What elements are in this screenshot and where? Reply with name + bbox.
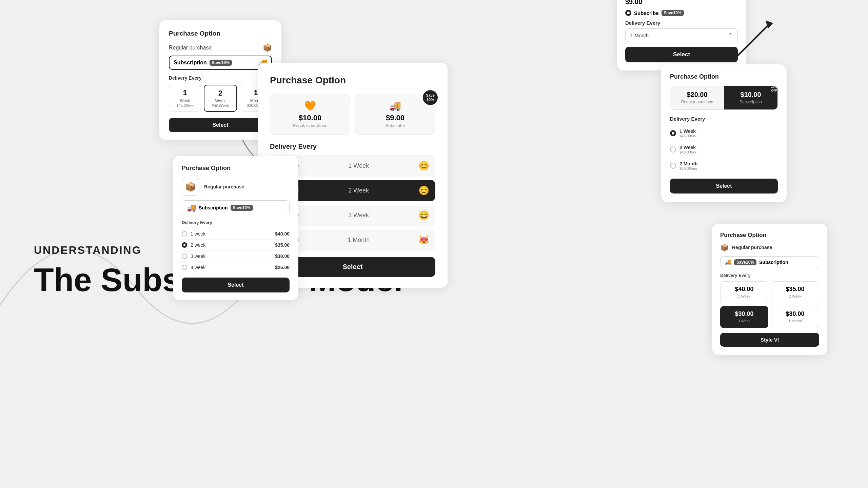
svg-marker-4 — [766, 20, 773, 29]
card6-delivery-label: Delivery Every — [720, 273, 819, 278]
card4-radio-2w[interactable] — [182, 242, 187, 248]
card4-sub-label: Subscription — [199, 205, 228, 210]
card1-week1-num: 1 — [171, 88, 199, 97]
card4-icon-row: 📦 Regular purchase — [182, 178, 290, 196]
card1-week2-price: $40.00/wk — [206, 104, 235, 108]
card4-option-2w[interactable]: 2 week $35.00 — [182, 240, 290, 251]
card3-save-badge: Save10% — [423, 90, 438, 105]
card6-price-grid: $40.00 1 Week $35.00 2 Week $30.00 3 Wee… — [720, 281, 819, 328]
card5-option-1w[interactable]: 1 Week $45.00/wk — [670, 125, 778, 141]
card1-select-button[interactable]: Select — [169, 118, 272, 132]
card6-sub-row[interactable]: 🚚 Save10% Subscription — [720, 256, 819, 268]
card5-tab-subscription[interactable]: 10%OFF $10.00 Subscription — [724, 86, 777, 109]
card4-box-icon: 📦 — [182, 178, 199, 196]
card3-regular-icon: 🧡 — [275, 100, 345, 111]
card1-sub-label: Subscription — [174, 60, 207, 66]
card2-radio[interactable] — [625, 10, 631, 16]
card6-sub-label: Subscription — [759, 260, 788, 265]
card3-delivery-label: Delivery Every — [270, 143, 435, 150]
card2-purchase-option: $9.00 Subscribe Save10% Delivery Every 1… — [617, 0, 746, 70]
card3-subscribe-label: Subscribe — [360, 123, 430, 128]
card4-select-button[interactable]: Select — [182, 278, 290, 292]
card1-week-options: 1 Week $45.00/wk 2 Week $40.00/wk 1 Mont… — [169, 85, 272, 112]
card1-regular-label: Regular purchase — [169, 45, 212, 51]
card1-box-icon: 📦 — [263, 43, 272, 52]
card1-week-2[interactable]: 2 Week $40.00/wk — [204, 85, 237, 112]
card5-radio-1w[interactable] — [670, 130, 676, 136]
card3-subscribe-icon: 🚚 — [360, 100, 430, 111]
card5-price-tabs: $20.00 Regular purchase 10%OFF $10.00 Su… — [670, 86, 778, 110]
card2-delivery-label: Delivery Every — [625, 20, 738, 26]
card5-title: Purchase Option — [670, 73, 778, 80]
card4-radio-1w[interactable] — [182, 231, 187, 237]
card2-save-badge: Save10% — [662, 10, 684, 16]
card6-grid-2w[interactable]: $35.00 2 Week — [771, 281, 819, 303]
card5-sub-price: $10.00 — [727, 91, 774, 99]
card2-subscribe-row[interactable]: Subscribe Save10% — [625, 10, 738, 16]
card2-month-select[interactable]: 1 Month ⌃ — [625, 28, 738, 42]
card1-regular-row: Regular purchase 📦 — [169, 43, 272, 52]
card3-title: Purchase Option — [270, 75, 435, 86]
card5-regular-label: Regular purchase — [681, 100, 713, 104]
card3-options-row: 🧡 $10.00 Regular purchase Save10% 🚚 $9.0… — [270, 94, 435, 135]
card3-option-subscribe[interactable]: Save10% 🚚 $9.00 Subscribe — [355, 94, 435, 135]
card4-radio-4w[interactable] — [182, 265, 187, 270]
card4-save-badge: Save10% — [231, 205, 253, 211]
card1-week1-price: $45.00/wk — [171, 103, 199, 107]
card4-radio-3w[interactable] — [182, 253, 187, 259]
card6-icon-row: 📦 Regular purchase — [720, 243, 819, 251]
card6-box-icon: 📦 — [720, 243, 729, 251]
card1-delivery-label: Delivery Every — [169, 75, 272, 81]
card4-delivery-label: Delivery Every — [182, 220, 290, 225]
card4-sub-wrap[interactable]: 🚚 Subscription Save10% — [182, 200, 290, 215]
card6-purchase-option: Purchase Option 📦 Regular purchase 🚚 Sav… — [712, 224, 827, 355]
card6-grid-3w[interactable]: $30.00 3 Week — [720, 306, 768, 328]
card2-select-button[interactable]: Select — [625, 47, 738, 62]
card4-truck-icon: 🚚 — [187, 203, 196, 212]
card6-grid-1w[interactable]: $40.00 1 Week — [720, 281, 768, 303]
card5-tab-regular[interactable]: $20.00 Regular purchase — [670, 86, 724, 109]
card6-save-badge: Save10% — [734, 259, 756, 265]
card3-subscribe-price: $9.00 — [360, 114, 430, 122]
card5-radio-2w[interactable] — [670, 146, 676, 152]
card5-option-2m[interactable]: 2 Month $30.00/mo — [670, 158, 778, 174]
card5-option-2w[interactable]: 2 Week $40.00/wk — [670, 141, 778, 158]
card6-title: Purchase Option — [720, 232, 819, 239]
card4-purchase-option: Purchase Option 📦 Regular purchase 🚚 Sub… — [173, 156, 298, 300]
card5-purchase-option: Purchase Option $20.00 Regular purchase … — [661, 64, 787, 202]
card1-week1-unit: Week — [180, 98, 190, 103]
card5-regular-price: $20.00 — [674, 91, 721, 99]
card2-month-option: 1 Month — [630, 33, 649, 38]
card1-week-1[interactable]: 1 Week $45.00/wk — [169, 85, 201, 112]
card1-save-badge: Save10% — [210, 60, 232, 66]
card4-option-3w[interactable]: 3 week $30.00 — [182, 251, 290, 262]
card6-grid-1m[interactable]: $30.00 1 Month — [771, 306, 819, 328]
card5-select-button[interactable]: Select — [670, 179, 778, 194]
card4-regular-label: Regular purchase — [204, 184, 244, 189]
card2-chevron-icon: ⌃ — [728, 32, 733, 38]
card4-option-1w[interactable]: 1 week $40.00 — [182, 228, 290, 240]
card3-regular-label: Regular purchase — [275, 123, 345, 128]
card4-title: Purchase Option — [182, 165, 290, 172]
card3-regular-price: $10.00 — [275, 114, 345, 122]
card1-title: Purchase Option — [169, 30, 272, 37]
card6-truck-icon: 🚚 — [725, 259, 731, 265]
card3-option-regular[interactable]: 🧡 $10.00 Regular purchase — [270, 94, 350, 135]
card4-option-4w[interactable]: 4 week $25.00 — [182, 262, 290, 273]
card5-radio-2m[interactable] — [670, 163, 676, 169]
card5-delivery-label: Delivery Every — [670, 116, 778, 122]
card2-price-row: $9.00 — [625, 0, 738, 6]
card6-regular-label: Regular purchase — [732, 245, 772, 250]
card1-week2-unit: Week — [215, 99, 225, 103]
card6-style-button[interactable]: Style VI — [720, 333, 819, 347]
card5-sub-label: Subscription — [739, 100, 762, 104]
card1-week2-num: 2 — [206, 89, 235, 98]
card1-subscription-row[interactable]: Subscription Save10% 🚚 — [169, 56, 272, 70]
card2-subscribe-label: Subscribe — [634, 10, 659, 16]
card2-price: $9.00 — [625, 0, 642, 6]
